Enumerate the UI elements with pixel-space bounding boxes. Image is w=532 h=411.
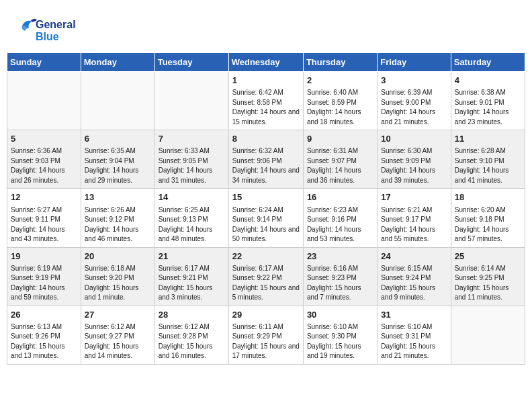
day-number: 28 <box>159 309 225 321</box>
calendar-cell: 19Sunrise: 6:19 AMSunset: 9:19 PMDayligh… <box>7 247 81 306</box>
calendar-cell <box>451 306 525 364</box>
header-monday: Monday <box>81 53 154 72</box>
calendar-cell: 10Sunrise: 6:30 AMSunset: 9:09 PMDayligh… <box>378 130 451 189</box>
calendar-cell: 31Sunrise: 6:10 AMSunset: 9:31 PMDayligh… <box>378 306 451 364</box>
calendar-cell: 29Sunrise: 6:11 AMSunset: 9:29 PMDayligh… <box>228 306 303 364</box>
day-number: 5 <box>11 133 77 145</box>
day-number: 7 <box>159 133 225 145</box>
calendar-cell: 17Sunrise: 6:21 AMSunset: 9:17 PMDayligh… <box>378 189 451 247</box>
day-info: Sunrise: 6:33 AMSunset: 9:05 PMDaylight:… <box>159 146 225 185</box>
day-info: Sunrise: 6:16 AMSunset: 9:23 PMDaylight:… <box>307 264 373 303</box>
calendar-cell: 15Sunrise: 6:24 AMSunset: 9:14 PMDayligh… <box>228 189 303 247</box>
day-number: 6 <box>85 133 151 145</box>
day-number: 13 <box>85 191 151 203</box>
calendar-cell: 13Sunrise: 6:26 AMSunset: 9:12 PMDayligh… <box>81 189 154 247</box>
header-tuesday: Tuesday <box>154 53 228 72</box>
day-info: Sunrise: 6:28 AMSunset: 9:10 PMDaylight:… <box>455 146 521 185</box>
day-info: Sunrise: 6:36 AMSunset: 9:03 PMDaylight:… <box>11 146 77 185</box>
day-info: Sunrise: 6:21 AMSunset: 9:17 PMDaylight:… <box>381 205 447 244</box>
calendar-cell: 24Sunrise: 6:15 AMSunset: 9:24 PMDayligh… <box>378 247 451 306</box>
day-info: Sunrise: 6:10 AMSunset: 9:30 PMDaylight:… <box>307 322 373 361</box>
calendar-cell: 7Sunrise: 6:33 AMSunset: 9:05 PMDaylight… <box>154 130 228 189</box>
calendar-cell: 11Sunrise: 6:28 AMSunset: 9:10 PMDayligh… <box>451 130 525 189</box>
day-number: 20 <box>85 250 151 263</box>
calendar-cell: 16Sunrise: 6:23 AMSunset: 9:16 PMDayligh… <box>303 189 377 247</box>
calendar-cell: 1Sunrise: 6:42 AMSunset: 8:58 PMDaylight… <box>228 72 303 130</box>
day-number: 23 <box>307 250 373 263</box>
svg-text:General: General <box>36 19 76 30</box>
day-number: 3 <box>381 75 447 87</box>
day-number: 29 <box>232 309 300 321</box>
calendar-cell: 3Sunrise: 6:39 AMSunset: 9:00 PMDaylight… <box>378 72 451 130</box>
header-wednesday: Wednesday <box>228 53 303 72</box>
day-number: 10 <box>381 133 447 145</box>
day-info: Sunrise: 6:17 AMSunset: 9:22 PMDaylight:… <box>232 264 300 303</box>
day-info: Sunrise: 6:42 AMSunset: 8:58 PMDaylight:… <box>232 88 300 127</box>
day-number: 19 <box>11 250 77 263</box>
day-number: 9 <box>307 133 373 145</box>
day-info: Sunrise: 6:35 AMSunset: 9:04 PMDaylight:… <box>85 146 151 185</box>
day-number: 30 <box>307 309 373 321</box>
calendar-cell: 25Sunrise: 6:14 AMSunset: 9:25 PMDayligh… <box>451 247 525 306</box>
day-info: Sunrise: 6:20 AMSunset: 9:18 PMDaylight:… <box>455 205 521 244</box>
header-thursday: Thursday <box>303 53 377 72</box>
calendar-cell: 4Sunrise: 6:38 AMSunset: 9:01 PMDaylight… <box>451 72 525 130</box>
calendar-week-row: 5Sunrise: 6:36 AMSunset: 9:03 PMDaylight… <box>7 130 525 189</box>
day-info: Sunrise: 6:18 AMSunset: 9:20 PMDaylight:… <box>85 264 151 303</box>
page-header: General Blue <box>7 7 525 49</box>
calendar-week-row: 19Sunrise: 6:19 AMSunset: 9:19 PMDayligh… <box>7 247 525 306</box>
day-info: Sunrise: 6:30 AMSunset: 9:09 PMDaylight:… <box>381 146 447 185</box>
day-number: 26 <box>11 309 77 321</box>
calendar-cell: 23Sunrise: 6:16 AMSunset: 9:23 PMDayligh… <box>303 247 377 306</box>
day-info: Sunrise: 6:32 AMSunset: 9:06 PMDaylight:… <box>232 146 300 185</box>
calendar-cell: 30Sunrise: 6:10 AMSunset: 9:30 PMDayligh… <box>303 306 377 364</box>
day-number: 11 <box>455 133 521 145</box>
logo-svg: General Blue <box>17 13 81 46</box>
calendar-cell: 9Sunrise: 6:31 AMSunset: 9:07 PMDaylight… <box>303 130 377 189</box>
calendar-cell <box>7 72 81 130</box>
calendar-week-row: 1Sunrise: 6:42 AMSunset: 8:58 PMDaylight… <box>7 72 525 130</box>
calendar-cell: 12Sunrise: 6:27 AMSunset: 9:11 PMDayligh… <box>7 189 81 247</box>
day-number: 16 <box>307 191 373 203</box>
calendar-cell: 27Sunrise: 6:12 AMSunset: 9:27 PMDayligh… <box>81 306 154 364</box>
day-info: Sunrise: 6:40 AMSunset: 8:59 PMDaylight:… <box>307 88 373 127</box>
calendar-cell: 2Sunrise: 6:40 AMSunset: 8:59 PMDaylight… <box>303 72 377 130</box>
calendar-cell: 26Sunrise: 6:13 AMSunset: 9:26 PMDayligh… <box>7 306 81 364</box>
day-info: Sunrise: 6:12 AMSunset: 9:27 PMDaylight:… <box>85 322 151 361</box>
day-number: 1 <box>232 75 300 87</box>
day-info: Sunrise: 6:39 AMSunset: 9:00 PMDaylight:… <box>381 88 447 127</box>
calendar-cell: 22Sunrise: 6:17 AMSunset: 9:22 PMDayligh… <box>228 247 303 306</box>
logo: General Blue <box>17 13 81 46</box>
day-number: 27 <box>85 309 151 321</box>
svg-text:Blue: Blue <box>36 31 59 42</box>
day-info: Sunrise: 6:14 AMSunset: 9:25 PMDaylight:… <box>455 264 521 303</box>
day-info: Sunrise: 6:11 AMSunset: 9:29 PMDaylight:… <box>232 322 300 361</box>
header-friday: Friday <box>378 53 451 72</box>
calendar-cell: 18Sunrise: 6:20 AMSunset: 9:18 PMDayligh… <box>451 189 525 247</box>
day-number: 4 <box>455 75 521 87</box>
calendar-cell <box>81 72 154 130</box>
day-info: Sunrise: 6:13 AMSunset: 9:26 PMDaylight:… <box>11 322 77 361</box>
calendar-cell: 5Sunrise: 6:36 AMSunset: 9:03 PMDaylight… <box>7 130 81 189</box>
day-number: 31 <box>381 309 447 321</box>
day-info: Sunrise: 6:15 AMSunset: 9:24 PMDaylight:… <box>381 264 447 303</box>
day-number: 14 <box>159 191 225 203</box>
day-info: Sunrise: 6:17 AMSunset: 9:21 PMDaylight:… <box>159 264 225 303</box>
header-saturday: Saturday <box>451 53 525 72</box>
day-info: Sunrise: 6:12 AMSunset: 9:28 PMDaylight:… <box>159 322 225 361</box>
day-number: 8 <box>232 133 300 145</box>
day-number: 2 <box>307 75 373 87</box>
calendar-week-row: 12Sunrise: 6:27 AMSunset: 9:11 PMDayligh… <box>7 189 525 247</box>
day-number: 15 <box>232 191 300 203</box>
calendar-cell: 21Sunrise: 6:17 AMSunset: 9:21 PMDayligh… <box>154 247 228 306</box>
day-number: 12 <box>11 191 77 203</box>
day-number: 25 <box>455 250 521 263</box>
day-number: 22 <box>232 250 300 263</box>
calendar-cell: 28Sunrise: 6:12 AMSunset: 9:28 PMDayligh… <box>154 306 228 364</box>
day-info: Sunrise: 6:25 AMSunset: 9:13 PMDaylight:… <box>159 205 225 244</box>
day-number: 18 <box>455 191 521 203</box>
calendar-cell: 14Sunrise: 6:25 AMSunset: 9:13 PMDayligh… <box>154 189 228 247</box>
day-info: Sunrise: 6:24 AMSunset: 9:14 PMDaylight:… <box>232 205 300 244</box>
day-info: Sunrise: 6:26 AMSunset: 9:12 PMDaylight:… <box>85 205 151 244</box>
calendar-week-row: 26Sunrise: 6:13 AMSunset: 9:26 PMDayligh… <box>7 306 525 364</box>
